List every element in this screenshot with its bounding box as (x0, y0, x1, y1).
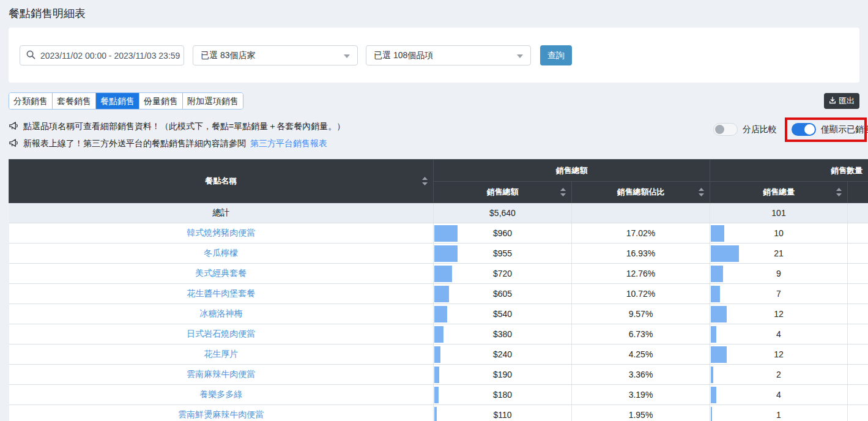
tab-portion-sales[interactable]: 份量銷售 (139, 93, 183, 109)
query-button[interactable]: 查詢 (540, 45, 572, 65)
item-name-link[interactable]: 冰糖洛神梅 (199, 308, 242, 318)
toggle-knob (804, 124, 815, 135)
quantity-cell: 101 (710, 203, 848, 223)
amount-cell: $5,640 (434, 203, 572, 223)
store-select[interactable]: 已選 83個店家 (193, 45, 358, 65)
amount-pct-value: 3.36% (629, 370, 653, 379)
quantity-value: 4 (776, 390, 781, 400)
cutoff-cell (848, 385, 868, 405)
notice-2-text: 新報表上線了！第三方外送平台的餐點銷售詳細內容請參閱 (23, 138, 246, 149)
value-bar (434, 286, 449, 302)
value-bar (434, 245, 458, 262)
only-sold-label: 僅顯示已銷售 (821, 124, 868, 135)
quantity-value: 4 (776, 329, 781, 339)
item-name-link[interactable]: 花生醬牛肉堡套餐 (187, 288, 255, 298)
item-name-link[interactable]: 雲南麻辣牛肉便當 (187, 369, 255, 379)
date-range-input[interactable]: 2023/11/02 00:00 - 2023/11/03 23:59 (20, 45, 184, 65)
value-bar (434, 266, 452, 282)
item-name-cell: 養樂多多綠 (9, 385, 434, 405)
amount-cell: $240 (434, 345, 572, 365)
tab-addon-sales[interactable]: 附加選項銷售 (183, 93, 243, 109)
item-name-link[interactable]: 日式岩石燒肉便當 (187, 329, 255, 338)
item-select[interactable]: 已選 108個品項 (366, 45, 531, 65)
value-bar (711, 387, 716, 403)
amount-value: $240 (493, 349, 512, 359)
quantity-cell: 2 (710, 365, 848, 385)
notice-1-text: 點選品項名稱可查看細部銷售資料！（此模式下，餐點=單點銷量＋各套餐內銷量。） (23, 121, 345, 132)
tab-meal-sales[interactable]: 餐點銷售 (96, 93, 139, 109)
column-header-amount-pct[interactable]: 銷售總額佔比 (572, 182, 710, 203)
amount-cell: $380 (434, 324, 572, 345)
value-bar (434, 367, 439, 383)
amount-pct-value: 16.93% (626, 248, 655, 258)
quantity-value: 1 (776, 410, 781, 420)
amount-value: $380 (493, 329, 512, 339)
quantity-cell: 4 (710, 324, 848, 345)
export-label: 匯出 (839, 95, 855, 106)
column-group-amount: 銷售總額 (434, 160, 710, 182)
item-name-cell: 花生醬牛肉堡套餐 (9, 284, 434, 304)
item-name-link[interactable]: 花生厚片 (204, 349, 238, 359)
sort-icon[interactable] (422, 177, 428, 185)
amount-pct-value: 4.25% (629, 349, 653, 359)
tab-category-sales[interactable]: 分類銷售 (9, 93, 53, 109)
megaphone-icon (9, 121, 19, 133)
item-name-link[interactable]: 美式經典套餐 (195, 268, 247, 278)
amount-value: $955 (493, 248, 512, 258)
item-name-link[interactable]: 養樂多多綠 (199, 389, 242, 399)
third-party-report-link[interactable]: 第三方平台銷售報表 (250, 138, 327, 149)
item-name-link[interactable]: 雲南鮮燙麻辣牛肉便當 (178, 409, 264, 419)
cutoff-cell (848, 365, 868, 385)
sort-icon[interactable] (699, 188, 704, 196)
item-name-cell: 日式岩石燒肉便當 (9, 324, 434, 345)
amount-pct-cell: 3.19% (572, 385, 710, 405)
amount-pct-cell: 9.57% (572, 304, 710, 324)
store-select-value: 已選 83個店家 (201, 50, 255, 61)
amount-pct-value: 1.95% (629, 410, 653, 420)
only-sold-toggle[interactable] (792, 123, 816, 136)
table-row: 花生醬牛肉堡套餐$60510.72%7 (9, 284, 868, 304)
value-bar (434, 225, 458, 242)
cutoff-cell (848, 264, 868, 284)
report-tabs: 分類銷售 套餐銷售 餐點銷售 份量銷售 附加選項銷售 (9, 92, 243, 110)
item-name-link[interactable]: 韓式燒烤豬肉便當 (187, 228, 255, 237)
table-row: 雲南麻辣牛肉便當$1903.36%2 (9, 365, 868, 385)
item-name-link[interactable]: 冬瓜檸檬 (204, 248, 238, 258)
search-icon (26, 50, 35, 61)
item-name-cell: 花生厚片 (9, 345, 434, 365)
amount-value: $960 (493, 228, 512, 238)
table-row: 冬瓜檸檬$95516.93%21 (9, 244, 868, 264)
quantity-value: 2 (776, 370, 781, 379)
value-bar (434, 387, 439, 403)
sort-icon[interactable] (560, 188, 566, 196)
amount-pct-cell: 1.95% (572, 405, 710, 421)
export-button[interactable]: 匯出 (824, 93, 859, 109)
value-bar (711, 286, 720, 302)
total-label-cell: 總計 (9, 203, 434, 223)
branch-compare-toggle[interactable] (713, 123, 738, 136)
amount-cell: $180 (434, 385, 572, 405)
megaphone-icon (9, 138, 19, 150)
value-bar (711, 266, 723, 282)
amount-value: $110 (493, 410, 511, 420)
amount-value: $180 (493, 390, 512, 400)
value-bar (711, 407, 712, 421)
cutoff-cell (848, 304, 868, 324)
table-row: 美式經典套餐$72012.76%9 (9, 264, 868, 284)
amount-pct-value: 10.72% (626, 289, 655, 299)
amount-pct-value: 17.02% (626, 228, 655, 238)
item-name-cell: 冬瓜檸檬 (9, 244, 434, 264)
column-header-amount[interactable]: 銷售總額 (434, 182, 572, 203)
value-bar (434, 407, 437, 421)
table-row: 雲南鮮燙麻辣牛肉便當$1101.95%1 (9, 405, 868, 421)
total-row: 總計$5,640101 (9, 203, 868, 223)
quantity-cell: 7 (710, 284, 848, 304)
tab-combo-sales[interactable]: 套餐銷售 (53, 93, 96, 109)
column-header-quantity[interactable]: 銷售總量 (710, 182, 848, 203)
value-bar (711, 225, 724, 242)
amount-pct-value: 3.19% (629, 390, 653, 400)
column-header-name[interactable]: 餐點名稱 (9, 160, 434, 203)
sort-icon[interactable] (836, 188, 842, 196)
page-title: 餐點銷售明細表 (9, 6, 86, 21)
amount-cell: $190 (434, 365, 572, 385)
